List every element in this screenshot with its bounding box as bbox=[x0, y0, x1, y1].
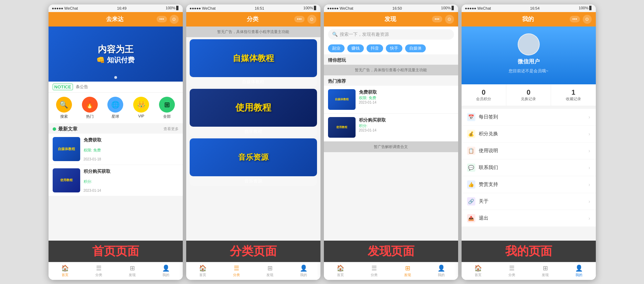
article-card-2[interactable]: 使用教程 积分购买获取 积分: 2023-01-14 bbox=[49, 165, 183, 196]
tab-discover-3[interactable]: ⊞ 发现 bbox=[391, 262, 425, 280]
icon-vip[interactable]: 👑 VIP bbox=[133, 97, 149, 119]
signal-2: ●●●●● WeChat bbox=[190, 6, 216, 10]
nav-menu-3[interactable]: ••• bbox=[432, 16, 442, 22]
support-icon: 👍 bbox=[467, 180, 475, 189]
tab-category-1[interactable]: ☰ 分类 bbox=[82, 262, 116, 280]
cat-card-2[interactable]: 使用教程 bbox=[190, 89, 317, 127]
my-tab-label-1: 我的 bbox=[162, 273, 169, 277]
tag-earn[interactable]: 赚钱 bbox=[347, 44, 364, 52]
nav-bar-4: 我的 ••• ⊙ bbox=[462, 12, 596, 27]
tab-home-3[interactable]: 🏠 首页 bbox=[324, 262, 358, 280]
tab-category-3[interactable]: ☰ 分类 bbox=[357, 262, 391, 280]
hot-title-1: 免费获取 bbox=[359, 89, 454, 95]
discover-tab-label-3: 发现 bbox=[404, 273, 411, 277]
tag-selfmedia[interactable]: 自媒体 bbox=[405, 44, 426, 52]
nav-scan-3[interactable]: ⊙ bbox=[445, 15, 454, 24]
ad-banner-3: 暂无广告，具体指引查看小程序流量主功能 bbox=[324, 65, 458, 75]
menu-contact-text: 联系我们 bbox=[479, 165, 585, 171]
menu-share[interactable]: 🔗 关于 › bbox=[462, 193, 596, 210]
menu-support[interactable]: 👍 赞赏支持 › bbox=[462, 176, 596, 193]
menu-logout[interactable]: 📤 退出 › bbox=[462, 210, 596, 227]
hot-card-2[interactable]: 使用教程 积分购买获取 积分: 2023-01-14 bbox=[324, 114, 458, 141]
nav-scan-1[interactable]: ⊙ bbox=[170, 15, 179, 24]
tab-my-4[interactable]: 👤 我的 bbox=[562, 262, 596, 280]
support-arrow: › bbox=[589, 182, 590, 187]
category-tab-icon-3: ☰ bbox=[371, 264, 377, 272]
nav-menu-4[interactable]: ••• bbox=[570, 16, 580, 22]
discover-tab-icon-3: ⊞ bbox=[405, 264, 410, 272]
hot-icon: 🔥 bbox=[82, 97, 98, 113]
latest-title-text: 最新文章 bbox=[58, 126, 77, 132]
stat-favorite-label: 收藏记录 bbox=[551, 96, 595, 102]
cat-card-3[interactable]: 音乐资源 bbox=[190, 138, 317, 176]
article-tag-1: 权限: 免费 bbox=[84, 148, 179, 153]
tab-home-2[interactable]: 🏠 首页 bbox=[186, 262, 220, 280]
cat-card-1[interactable]: 自媒体教程 bbox=[190, 39, 317, 77]
menu-points-text: 积分兑换 bbox=[479, 131, 585, 137]
menu-guide[interactable]: 📋 使用说明 › bbox=[462, 143, 596, 159]
article-title-1: 免费获取 bbox=[84, 137, 179, 143]
tag-kuaishou[interactable]: 快手 bbox=[386, 44, 402, 52]
status-bar-2: ●●●●● WeChat 16:51 100% ▊ bbox=[186, 4, 320, 12]
tab-category-4[interactable]: ☰ 分类 bbox=[495, 262, 529, 280]
home-tab-label-2: 首页 bbox=[199, 273, 206, 277]
hot-tag-1: 权限: 免费 bbox=[359, 95, 454, 101]
home-tab-icon-4: 🏠 bbox=[474, 264, 482, 272]
nav-title-3: 发现 bbox=[349, 15, 432, 23]
category-tab-label-2: 分类 bbox=[233, 273, 240, 277]
menu-list: 📅 每日签到 › 💰 积分兑换 › 📋 使用说明 › 💬 联系我们 bbox=[462, 109, 596, 227]
cat-card-label-3: 音乐资源 bbox=[190, 176, 317, 186]
icon-all[interactable]: ⊞ 全部 bbox=[159, 97, 175, 119]
hot-card-1[interactable]: 自媒体教程 免费获取 权限: 免费 2023-01-14 bbox=[324, 86, 458, 114]
page4-wrapper: 微信用户 您目前还不是会员哦~ 0 会员积分 0 兑换记录 1 收藏记录 bbox=[462, 27, 596, 262]
menu-signin[interactable]: 📅 每日签到 › bbox=[462, 109, 596, 126]
icon-planet[interactable]: 🌐 星球 bbox=[107, 97, 123, 119]
my-header: 微信用户 您目前还不是会员哦~ bbox=[462, 27, 596, 84]
page1-wrapper: 内容为王 👊 知识付费 NOTICE 条公告 🔍 搜索 🔥 热门 bbox=[49, 27, 183, 262]
icon-hot[interactable]: 🔥 热门 bbox=[82, 97, 98, 119]
nav-menu-2[interactable]: ••• bbox=[294, 16, 305, 22]
hot-info-2: 积分购买获取 积分: 2023-01-14 bbox=[359, 117, 454, 138]
phone3-discovery: ●●●●● WeChat 16:50 100% ▊ 发现 ••• ⊙ 🔍 搜索一… bbox=[324, 4, 458, 280]
nav-title-4: 我的 bbox=[486, 15, 570, 23]
menu-contact[interactable]: 💬 联系我们 › bbox=[462, 159, 596, 176]
tab-discover-2[interactable]: ⊞ 发现 bbox=[253, 262, 287, 280]
menu-points[interactable]: 💰 积分兑换 › bbox=[462, 126, 596, 143]
tab-category-2[interactable]: ☰ 分类 bbox=[220, 262, 253, 280]
search-icon: 🔍 bbox=[56, 97, 72, 113]
all-label: 全部 bbox=[163, 114, 171, 119]
article-thumb-1: 自媒体教程 bbox=[53, 137, 80, 161]
search-label: 搜索 bbox=[60, 114, 68, 119]
home-tab-icon-3: 🏠 bbox=[337, 264, 344, 272]
nav-scan-4[interactable]: ⊙ bbox=[583, 15, 592, 24]
stats-row: 0 会员积分 0 兑换记录 1 收藏记录 bbox=[462, 84, 596, 106]
tab-my-1[interactable]: 👤 我的 bbox=[149, 262, 183, 280]
home-tab-icon-2: 🏠 bbox=[199, 264, 207, 272]
icon-search[interactable]: 🔍 搜索 bbox=[56, 97, 72, 119]
menu-signin-text: 每日签到 bbox=[479, 114, 585, 120]
tag-douyin[interactable]: 抖音 bbox=[367, 44, 383, 52]
tab-my-2[interactable]: 👤 我的 bbox=[287, 262, 320, 280]
guide-arrow: › bbox=[589, 148, 590, 154]
search-input-3[interactable]: 🔍 搜索一下，发现有趣资源 bbox=[328, 29, 454, 40]
tab-home-1[interactable]: 🏠 首页 bbox=[49, 262, 82, 280]
nav-scan-2[interactable]: ⊙ bbox=[307, 15, 316, 24]
tab-home-4[interactable]: 🏠 首页 bbox=[462, 262, 495, 280]
tab-discover-4[interactable]: ⊞ 发现 bbox=[529, 262, 562, 280]
tab-my-3[interactable]: 👤 我的 bbox=[424, 262, 458, 280]
tag-sidejob[interactable]: 副业 bbox=[328, 44, 345, 52]
search-bar-3: 🔍 搜索一下，发现有趣资源 bbox=[324, 27, 458, 42]
tab-discover-1[interactable]: ⊞ 发现 bbox=[116, 262, 149, 280]
hot-title-3: 热门推荐 bbox=[324, 75, 458, 86]
page3-content: 🔍 搜索一下，发现有趣资源 副业 赚钱 抖音 快手 自媒体 猜你想玩 暂无广告，… bbox=[324, 27, 458, 262]
article-card-1[interactable]: 自媒体教程 免费获取 权限: 免费 2023-01-18 bbox=[49, 134, 183, 165]
category-tab-label-4: 分类 bbox=[508, 273, 515, 277]
menu-guide-text: 使用说明 bbox=[479, 148, 585, 154]
time-1: 16:49 bbox=[117, 6, 127, 10]
search-placeholder-3: 搜索一下，发现有趣资源 bbox=[340, 31, 389, 38]
view-more[interactable]: 查看更多 bbox=[163, 126, 179, 132]
phone2-category: ●●●●● WeChat 16:51 100% ▊ 分类 ••• ⊙ 暂无广告，… bbox=[186, 4, 320, 280]
category-tab-icon-2: ☰ bbox=[234, 264, 239, 272]
stat-exchange: 0 兑换记录 bbox=[506, 84, 551, 106]
nav-menu-1[interactable]: ••• bbox=[157, 16, 167, 22]
